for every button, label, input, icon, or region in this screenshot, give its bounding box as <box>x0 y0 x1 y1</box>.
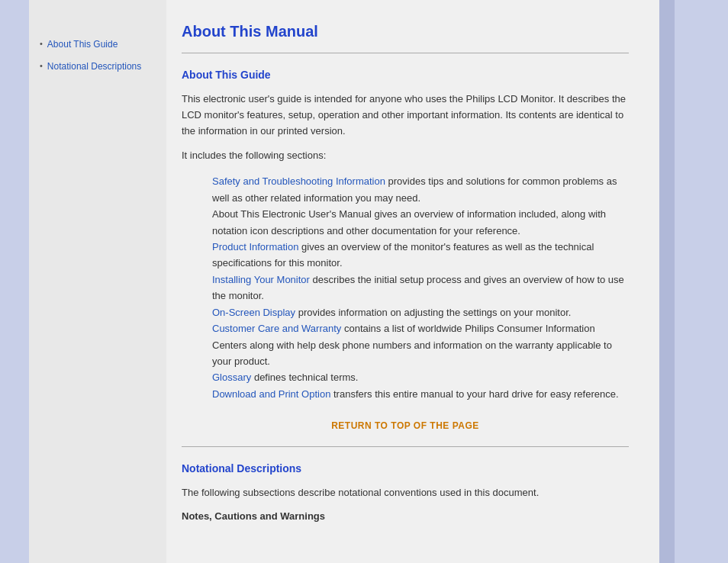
notational-paragraph1: The following subsections describe notat… <box>182 485 629 501</box>
title-divider <box>182 53 629 53</box>
list-item: Product Information gives an overview of… <box>212 239 629 272</box>
about-guide-paragraph1: This electronic user's guide is intended… <box>182 92 629 139</box>
list-item: About This Electronic User's Manual give… <box>212 206 629 239</box>
glossary-link[interactable]: Glossary <box>212 372 251 383</box>
list-item: Installing Your Monitor describes the in… <box>212 272 629 304</box>
download-print-link[interactable]: Download and Print Option <box>212 388 330 400</box>
sidebar: • About This Guide • Notational Descript… <box>29 0 166 563</box>
list-item: Safety and Troubleshooting Information p… <box>212 173 629 206</box>
sidebar-item-about-guide[interactable]: • About This Guide <box>40 38 159 51</box>
left-accent-bar <box>0 0 29 563</box>
sidebar-item-notational[interactable]: • Notational Descriptions <box>40 60 159 73</box>
list-item: Glossary defines technical terms. <box>212 369 629 385</box>
list-item-text: transfers this entire manual to your har… <box>330 388 618 400</box>
list-item: Customer Care and Warranty contains a li… <box>212 320 629 369</box>
section-list: Safety and Troubleshooting Information p… <box>212 173 629 402</box>
installing-monitor-link[interactable]: Installing Your Monitor <box>212 274 310 285</box>
about-guide-heading: About This Guide <box>182 69 629 81</box>
list-item: Download and Print Option transfers this… <box>212 386 629 402</box>
main-content-area: About This Manual About This Guide This … <box>166 0 659 563</box>
safety-link[interactable]: Safety and Troubleshooting Information <box>212 175 385 187</box>
notational-heading: Notational Descriptions <box>182 462 629 475</box>
bullet-icon: • <box>40 39 43 48</box>
sidebar-link-about-guide[interactable]: About This Guide <box>47 38 118 51</box>
sidebar-link-notational[interactable]: Notational Descriptions <box>47 60 141 73</box>
bullet-icon: • <box>40 61 43 70</box>
right-accent-inner <box>659 0 675 563</box>
right-accent-bar <box>659 0 728 563</box>
about-guide-section: About This Guide This electronic user's … <box>182 69 629 431</box>
about-guide-paragraph2: It includes the following sections: <box>182 148 629 164</box>
notational-section: Notational Descriptions The following su… <box>182 462 629 522</box>
list-item-text: About This Electronic User's Manual give… <box>212 208 606 236</box>
list-item-text: defines technical terms. <box>251 372 358 383</box>
section-divider-2 <box>182 446 629 447</box>
customer-care-link[interactable]: Customer Care and Warranty <box>212 323 341 334</box>
list-item-text: provides information on adjusting the se… <box>295 307 571 318</box>
list-item: On-Screen Display provides information o… <box>212 304 629 320</box>
osd-link[interactable]: On-Screen Display <box>212 307 295 318</box>
page-title: About This Manual <box>182 23 629 40</box>
notes-heading: Notes, Cautions and Warnings <box>182 510 629 522</box>
return-to-top-link[interactable]: RETURN TO TOP OF THE PAGE <box>182 420 629 431</box>
product-info-link[interactable]: Product Information <box>212 241 298 253</box>
